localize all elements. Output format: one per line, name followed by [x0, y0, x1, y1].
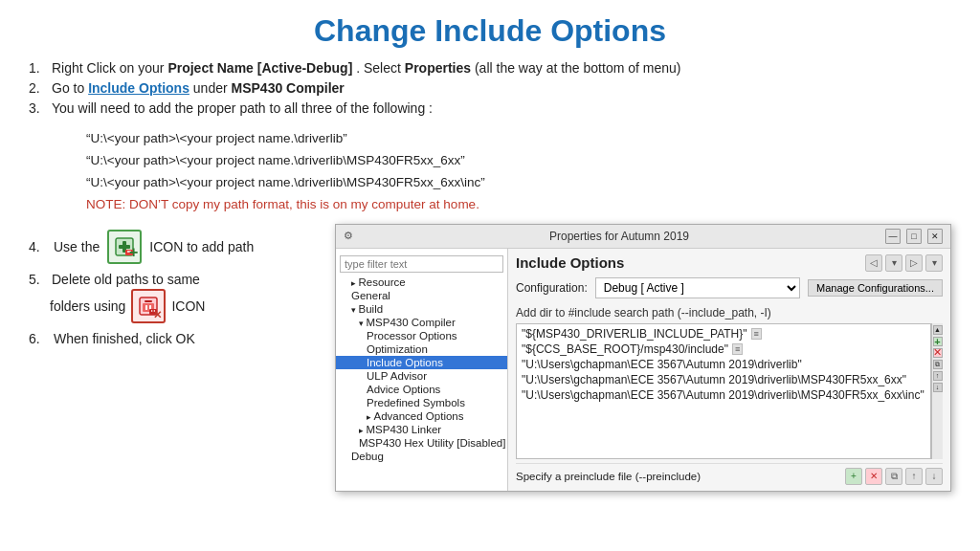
page: Change Include Options 1. Right Click on…: [0, 0, 980, 501]
tree-advanced-options[interactable]: Advanced Options: [336, 409, 507, 423]
manage-configurations-button[interactable]: Manage Configurations...: [808, 279, 943, 297]
include-label: Add dir to #include search path (--inclu…: [516, 306, 943, 320]
preinclude-copy-icon[interactable]: ⧉: [885, 468, 902, 485]
bottom-section: 4. Use the ICON to add path 5.: [29, 224, 951, 492]
tree-build[interactable]: Build: [336, 302, 507, 316]
preinclude-label: Specify a preinclude file (--preinclude): [516, 471, 701, 482]
config-select[interactable]: Debug [ Active ]: [595, 277, 800, 298]
path-text-3: "U:\Users\gchapman\ECE 3567\Autumn 2019\…: [522, 373, 906, 386]
step1-num: 1.: [29, 60, 46, 76]
tree-ulp-advisor[interactable]: ULP Advisor: [336, 369, 507, 383]
back-icon[interactable]: ◁: [865, 254, 882, 272]
svg-rect-7: [143, 303, 154, 312]
path-entry-3[interactable]: "U:\Users\gchapman\ECE 3567\Autumn 2019\…: [519, 372, 928, 387]
step6-num: 6.: [29, 331, 46, 346]
step2: 2. Go to Include Options under MSP430 Co…: [29, 80, 951, 96]
header-icons: ◁ ▾ ▷ ▾: [865, 254, 943, 272]
delete-icon-svg: [138, 296, 159, 317]
note-text: NOTE: DON’T copy my path format, this is…: [86, 194, 951, 216]
preinclude-row: Specify a preinclude file (--preinclude)…: [516, 463, 943, 485]
step3-num: 3.: [29, 100, 46, 116]
step5-using-text: folders using: [50, 298, 125, 314]
svg-rect-6: [145, 300, 152, 302]
step4-text-before: Use the: [54, 239, 100, 254]
step1-text: Right Click on your Project Name [Active…: [52, 60, 951, 76]
step2-num: 2.: [29, 80, 46, 96]
dialog-titlebar: ⚙ Properties for Autumn 2019 — □ ✕: [336, 225, 950, 249]
preinclude-del-icon[interactable]: ✕: [865, 468, 882, 485]
svg-rect-2: [119, 245, 130, 249]
tree-msp430-linker[interactable]: MSP430 Linker: [336, 423, 507, 436]
scroll-add-btn[interactable]: +: [933, 337, 943, 346]
path-entry-1[interactable]: "${CCS_BASE_ROOT}/msp430/include" ≡: [519, 342, 928, 357]
dialog-sidebar: Resource General Build MSP430 Compiler P…: [336, 249, 508, 491]
path-text-1: "${CCS_BASE_ROOT}/msp430/include": [522, 342, 728, 356]
path-badge-0: ≡: [751, 328, 762, 340]
tree-debug[interactable]: Debug: [336, 450, 507, 463]
path-line-1: “U:\<your path>\<your project name.\driv…: [86, 128, 951, 150]
tree-resource[interactable]: Resource: [336, 276, 507, 289]
path-entry-0[interactable]: "${MSP430_DRIVERLIB_INCLUDE_PATH}" ≡: [519, 326, 928, 342]
step5-line1-container: 5. Delete old paths to same: [29, 272, 325, 287]
svg-rect-10: [149, 309, 157, 315]
scroll-up2-btn[interactable]: ↑: [933, 371, 943, 381]
step2-bold: MSP430 Compiler: [232, 80, 345, 96]
svg-rect-3: [125, 250, 133, 255]
tree-processor-options[interactable]: Processor Options: [336, 329, 507, 342]
step6-text: When finished, click OK: [54, 331, 195, 346]
tree-hex-utility[interactable]: MSP430 Hex Utility [Disabled]: [336, 436, 507, 450]
tree-msp430-compiler[interactable]: MSP430 Compiler: [336, 316, 507, 329]
filter-input[interactable]: [340, 255, 503, 273]
left-steps: 4. Use the ICON to add path 5.: [29, 224, 325, 354]
include-paths-scrollbar[interactable]: ▲ + ✕ ⧉ ↑ ↓: [931, 323, 943, 459]
dropdown2-icon[interactable]: ▾: [925, 254, 943, 272]
preinclude-up-icon[interactable]: ↑: [905, 468, 923, 485]
include-paths-list: "${MSP430_DRIVERLIB_INCLUDE_PATH}" ≡ "${…: [516, 323, 931, 459]
dropdown-icon[interactable]: ▾: [885, 254, 902, 272]
scroll-del-btn[interactable]: ✕: [933, 348, 943, 358]
dialog-body: Resource General Build MSP430 Compiler P…: [336, 249, 950, 491]
path-line-2: “U:\<your path>\<your project name.\driv…: [86, 150, 951, 172]
tree-optimization[interactable]: Optimization: [336, 342, 507, 356]
close-button[interactable]: ✕: [927, 229, 943, 244]
config-row: Configuration: Debug [ Active ] Manage C…: [516, 277, 943, 298]
preinclude-icons: + ✕ ⧉ ↑ ↓: [845, 468, 943, 485]
add-icon-svg: [114, 236, 135, 257]
properties-dialog: ⚙ Properties for Autumn 2019 — □ ✕ Resou…: [335, 224, 951, 492]
preinclude-dn-icon[interactable]: ↓: [925, 468, 943, 485]
scroll-up-btn[interactable]: ▲: [933, 325, 943, 335]
step5-line2-container: folders using ICON: [50, 289, 325, 323]
step1-bold2: Properties: [405, 60, 471, 76]
tree-general[interactable]: General: [336, 289, 507, 302]
path-entry-4[interactable]: "U:\Users\gchapman\ECE 3567\Autumn 2019\…: [519, 387, 928, 403]
path-text-4: "U:\Users\gchapman\ECE 3567\Autumn 2019\…: [522, 388, 924, 402]
step1: 1. Right Click on your Project Name [Act…: [29, 60, 951, 76]
step6: 6. When finished, click OK: [29, 331, 325, 346]
paths-block: “U:\<your path>\<your project name.\driv…: [86, 128, 951, 216]
page-title: Change Include Options: [29, 13, 951, 49]
config-label: Configuration:: [516, 281, 588, 295]
include-options-link[interactable]: Include Options: [88, 80, 189, 96]
forward-icon[interactable]: ▷: [905, 254, 923, 272]
scroll-copy-btn[interactable]: ⧉: [933, 360, 943, 369]
step3: 3. You will need to add the proper path …: [29, 100, 951, 116]
content-header: Include Options ◁ ▾ ▷ ▾: [516, 254, 943, 272]
tree-advice-options[interactable]: Advice Options: [336, 383, 507, 396]
maximize-button[interactable]: □: [906, 229, 922, 244]
path-line-3: “U:\<your path>\<your project name.\driv…: [86, 172, 951, 194]
step5-line1-text: Delete old paths to same: [52, 272, 200, 287]
minimize-button[interactable]: —: [885, 229, 901, 244]
dialog-title-icon: ⚙: [344, 230, 353, 242]
step2-text: Go to Include Options under MSP430 Compi…: [52, 80, 951, 96]
path-text-2: "U:\Users\gchapman\ECE 3567\Autumn 2019\…: [522, 358, 802, 371]
tree-include-options[interactable]: Include Options: [336, 356, 507, 369]
scroll-dn-btn[interactable]: ↓: [933, 383, 943, 392]
tree-predefined-symbols[interactable]: Predefined Symbols: [336, 396, 507, 409]
dialog-content-area: Include Options ◁ ▾ ▷ ▾ Configuration: D…: [508, 249, 950, 491]
step5-num: 5.: [29, 272, 46, 287]
step4-text-after: ICON to add path: [149, 239, 254, 254]
dialog-title: Properties for Autumn 2019: [549, 230, 689, 243]
content-title: Include Options: [516, 254, 624, 271]
preinclude-add-icon[interactable]: +: [845, 468, 862, 485]
path-entry-2[interactable]: "U:\Users\gchapman\ECE 3567\Autumn 2019\…: [519, 357, 928, 372]
